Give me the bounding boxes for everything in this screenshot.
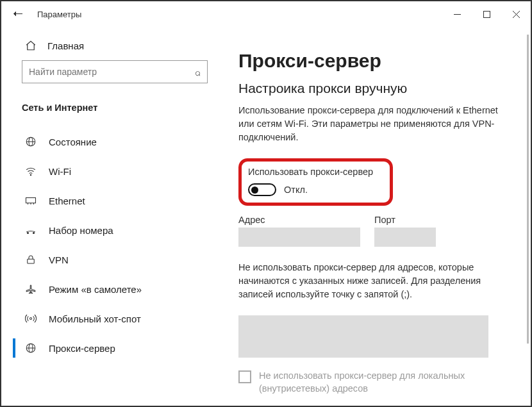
sidebar-item-label: Набор номера: [49, 225, 113, 236]
svg-point-12: [27, 232, 28, 233]
maximize-button[interactable]: [472, 3, 501, 26]
globe-icon: [24, 136, 37, 147]
exceptions-input[interactable]: [238, 315, 488, 358]
sidebar-item-label: Состояние: [49, 137, 97, 147]
proxy-icon: [24, 342, 37, 354]
sidebar-item-proxy[interactable]: Прокси-сервер: [1, 333, 219, 363]
airplane-icon: [24, 283, 37, 295]
address-column: Адрес: [238, 215, 360, 247]
vpn-icon: [24, 254, 37, 265]
search-input[interactable]: [29, 67, 195, 77]
sidebar-item-dialup[interactable]: Набор номера: [1, 215, 219, 245]
body: Главная ⌕ Сеть и Интернет Состояние: [1, 27, 531, 406]
minimize-button[interactable]: [442, 3, 472, 26]
proxy-toggle[interactable]: [248, 183, 276, 196]
local-bypass-row: Не использовать прокси-сервер для локаль…: [238, 369, 508, 395]
scroll-thumb[interactable]: [527, 35, 529, 344]
hotspot-icon: [24, 313, 37, 324]
sidebar-item-airplane[interactable]: Режим «в самолете»: [1, 274, 219, 304]
search-box[interactable]: ⌕: [22, 60, 208, 83]
proxy-toggle-row: Откл.: [248, 183, 373, 196]
sidebar-item-ethernet[interactable]: Ethernet: [1, 186, 219, 215]
exceptions-description: Не использовать прокси-сервер для адресо…: [238, 261, 508, 301]
toggle-state-text: Откл.: [284, 185, 308, 195]
settings-window: 🠐 Параметры Главная: [0, 0, 532, 407]
address-input[interactable]: [238, 228, 360, 247]
home-label: Главная: [47, 40, 84, 51]
local-bypass-label: Не использовать прокси-сервер для локаль…: [259, 369, 508, 395]
sidebar-item-wifi[interactable]: Wi-Fi: [1, 156, 219, 186]
highlight-annotation: Использовать прокси-сервер Откл.: [238, 158, 393, 206]
svg-point-15: [30, 318, 32, 320]
sidebar-item-label: Режим «в самолете»: [49, 284, 142, 295]
sidebar-item-vpn[interactable]: VPN: [1, 245, 219, 274]
svg-point-13: [33, 232, 34, 233]
sidebar-item-status[interactable]: Состояние: [1, 127, 219, 156]
address-label: Адрес: [238, 215, 360, 225]
sidebar-category: Сеть и Интернет: [1, 95, 219, 120]
wifi-icon: [24, 165, 37, 177]
back-arrow-icon[interactable]: 🠐: [13, 8, 23, 20]
scrollbar[interactable]: [524, 27, 529, 406]
dialup-icon: [24, 224, 37, 236]
app-title: Параметры: [37, 10, 81, 19]
content-pane: Прокси-сервер Настроика прокси вручную И…: [219, 27, 531, 406]
search-wrap: ⌕: [1, 60, 219, 83]
sidebar-item-label: VPN: [49, 254, 69, 265]
port-input[interactable]: [374, 228, 436, 247]
titlebar: 🠐 Параметры: [1, 1, 531, 27]
home-icon: [24, 40, 37, 51]
window-controls: [442, 3, 531, 26]
page-title: Прокси-сервер: [238, 50, 511, 72]
search-icon: ⌕: [195, 67, 201, 78]
use-proxy-label: Использовать прокси-сервер: [248, 167, 373, 177]
sidebar-item-label: Wi-Fi: [49, 166, 71, 177]
home-link[interactable]: Главная: [1, 33, 219, 58]
svg-rect-8: [26, 198, 36, 203]
sidebar-nav: Состояние Wi-Fi Ethernet: [1, 127, 219, 406]
sidebar-item-label: Мобильный хот-спот: [49, 313, 141, 324]
sidebar-item-hotspot[interactable]: Мобильный хот-спот: [1, 304, 219, 333]
svg-rect-14: [28, 259, 35, 263]
sidebar-item-label: Прокси-сервер: [49, 343, 115, 354]
address-port-row: Адрес Порт: [238, 215, 511, 247]
close-button[interactable]: [501, 3, 531, 26]
proxy-description: Использование прокси-сервера для подключ…: [238, 104, 508, 144]
titlebar-left: 🠐 Параметры: [13, 8, 81, 20]
sidebar-item-label: Ethernet: [49, 195, 85, 206]
port-column: Порт: [374, 215, 436, 247]
svg-point-7: [30, 174, 31, 176]
toggle-knob: [251, 187, 258, 194]
ethernet-icon: [24, 195, 37, 206]
port-label: Порт: [374, 215, 436, 225]
svg-rect-1: [483, 11, 490, 17]
section-title: Настроика прокси вручную: [238, 81, 511, 96]
sidebar: Главная ⌕ Сеть и Интернет Состояние: [1, 27, 219, 406]
local-bypass-checkbox[interactable]: [238, 370, 251, 383]
